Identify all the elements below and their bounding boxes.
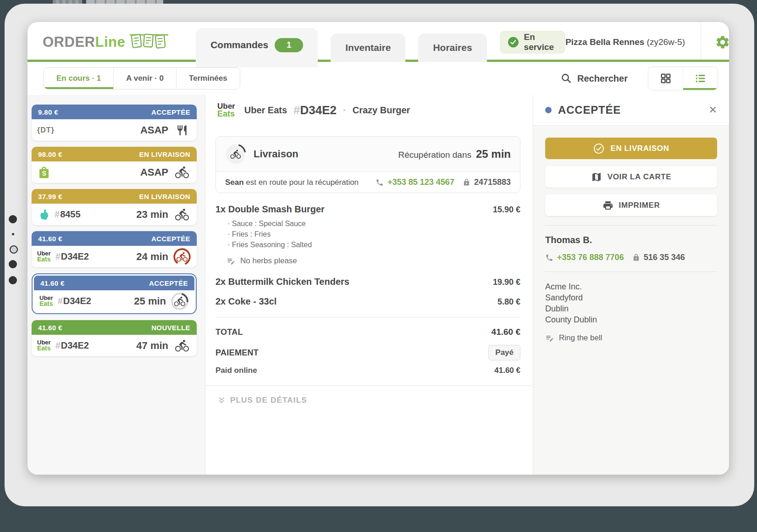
bike-icon bbox=[173, 208, 191, 222]
order-status: ACCEPTÉE bbox=[151, 235, 190, 243]
order-id: #D34E2 bbox=[293, 103, 337, 117]
order-detail: UberEats Uber Eats #D34E2 · Crazy Burger bbox=[205, 95, 533, 475]
service-status-badge[interactable]: En service bbox=[500, 31, 566, 54]
courier-phone[interactable]: +353 85 123 4567 bbox=[387, 177, 454, 187]
order-card[interactable]: 41.60 € NOUVELLE UberEats #D34E2 47 min bbox=[32, 320, 197, 356]
settings-gear-icon[interactable] bbox=[715, 34, 729, 50]
search-button[interactable]: Rechercher bbox=[561, 73, 628, 84]
order-time: 23 min bbox=[136, 209, 168, 221]
order-id: #D34E2 bbox=[58, 296, 91, 306]
order-detail-header: UberEats Uber Eats #D34E2 · Crazy Burger bbox=[205, 95, 533, 125]
en-livraison-label: EN LIVRAISON bbox=[610, 144, 669, 153]
delivery-title: Livraison bbox=[254, 148, 298, 160]
payment-status-badge: Payé bbox=[488, 345, 520, 360]
order-price: 41.60 € bbox=[40, 279, 65, 287]
panel-header: ACCEPTÉE ✕ bbox=[533, 95, 729, 126]
item-options: · Sauce : Special Sauce · Fries : Fries … bbox=[227, 218, 520, 250]
tab-inventaire[interactable]: Inventaire bbox=[331, 33, 405, 62]
order-card[interactable]: 41.60 € ACCEPTÉE UberEats #D34E2 24 min bbox=[32, 231, 197, 267]
en-livraison-button[interactable]: EN LIVRAISON bbox=[545, 138, 717, 159]
order-status: ACCEPTÉE bbox=[151, 108, 190, 116]
tab-inventaire-label: Inventaire bbox=[345, 42, 391, 53]
more-details-label: PLUS DE DÉTAILS bbox=[230, 396, 307, 405]
item-name: 2x Coke - 33cl bbox=[215, 296, 276, 307]
order-price: 37.99 € bbox=[38, 193, 62, 200]
total-label: TOTAL bbox=[215, 327, 243, 337]
grid-view-button[interactable] bbox=[648, 67, 683, 90]
bike-icon bbox=[173, 166, 191, 179]
app-header: ORDERLine Commandes 1 Inventaire Horai bbox=[28, 22, 729, 62]
device-frame: ORDERLine Commandes 1 Inventaire Horai bbox=[5, 4, 754, 506]
note-icon bbox=[227, 256, 236, 266]
item-name: 2x Buttermilk Chicken Tenders bbox=[215, 277, 349, 287]
bike-timer-red-icon bbox=[173, 248, 191, 266]
order-list: 9.80 € ACCEPTÉE {DT} ASAP 98.00 € EN bbox=[28, 95, 205, 475]
panel-body: EN LIVRAISON VOIR LA CARTE IMPRIMER Thom… bbox=[533, 126, 729, 355]
payment-label: PAIEMENT bbox=[215, 348, 259, 358]
customer-code: 516 35 346 bbox=[644, 253, 685, 262]
tab-commandes-label: Commandes bbox=[210, 39, 268, 50]
order-price: 41.60 € bbox=[38, 235, 62, 243]
service-status-label: En service bbox=[524, 32, 558, 52]
ubereats-logo: UberEats bbox=[37, 251, 51, 263]
more-details-toggle[interactable]: PLUS DE DÉTAILS bbox=[205, 385, 533, 415]
order-id: #D34E2 bbox=[55, 251, 89, 262]
order-price: 98.00 € bbox=[38, 150, 62, 158]
status-dot bbox=[545, 107, 552, 113]
order-status: EN LIVRAISON bbox=[139, 150, 190, 158]
customer-phone[interactable]: +353 76 888 7706 bbox=[557, 253, 624, 262]
tab-horaires[interactable]: Horaires bbox=[418, 33, 486, 62]
order-status: NOUVELLE bbox=[151, 324, 190, 332]
bike-timer-icon bbox=[171, 292, 189, 310]
customer-address: Acme Inc. Sandyford Dublin County Dublin bbox=[545, 281, 717, 325]
grid-icon bbox=[660, 72, 672, 84]
search-label: Rechercher bbox=[577, 73, 628, 84]
shopify-icon bbox=[37, 166, 51, 179]
lock-icon bbox=[463, 178, 470, 186]
commandes-count-badge: 1 bbox=[275, 38, 303, 52]
tab-commandes[interactable]: Commandes 1 bbox=[196, 28, 318, 67]
item-name: 1x Double Smash Burger bbox=[215, 204, 325, 215]
ubereats-logo: UberEats bbox=[217, 103, 235, 117]
order-time: 47 min bbox=[136, 340, 168, 352]
order-status-title: ACCEPTÉE bbox=[558, 104, 621, 116]
item-price: 19.90 € bbox=[493, 277, 520, 287]
voir-la-carte-button[interactable]: VOIR LA CARTE bbox=[545, 166, 717, 188]
phone-icon bbox=[376, 178, 384, 187]
phone-icon bbox=[545, 254, 553, 262]
orders-toolbar: En cours · 1 A venir · 0 Terminées Reche… bbox=[28, 62, 729, 95]
order-price: 9.80 € bbox=[38, 108, 58, 116]
filter-en-cours[interactable]: En cours · 1 bbox=[44, 68, 113, 89]
frame-dot bbox=[12, 233, 14, 235]
order-price: 41.60 € bbox=[38, 324, 62, 332]
order-totals: TOTAL 41.60 € PAIEMENT Payé Paid online … bbox=[215, 317, 520, 375]
imprimer-button[interactable]: IMPRIMER bbox=[545, 194, 717, 216]
lock-icon bbox=[632, 254, 640, 261]
check-circle-outline-icon bbox=[593, 143, 605, 155]
header-divider bbox=[701, 22, 701, 62]
filter-a-venir[interactable]: A venir · 0 bbox=[113, 68, 176, 89]
order-time: 25 min bbox=[134, 295, 166, 307]
tab-horaires-label: Horaires bbox=[433, 42, 472, 53]
close-icon[interactable]: ✕ bbox=[709, 105, 717, 115]
list-view-button[interactable] bbox=[683, 67, 718, 90]
dt-logo: {DT} bbox=[37, 126, 55, 134]
app-window: ORDERLine Commandes 1 Inventaire Horai bbox=[28, 22, 729, 475]
order-card[interactable]: 9.80 € ACCEPTÉE {DT} ASAP bbox=[32, 105, 197, 141]
order-restaurant: Crazy Burger bbox=[353, 105, 410, 116]
order-card[interactable]: 98.00 € EN LIVRAISON ASAP bbox=[32, 147, 197, 183]
content-area: 9.80 € ACCEPTÉE {DT} ASAP 98.00 € EN bbox=[28, 95, 729, 475]
order-filter-tabs: En cours · 1 A venir · 0 Terminées bbox=[44, 67, 240, 89]
customer-contact: +353 76 888 7706 516 35 346 bbox=[545, 253, 717, 262]
order-card[interactable]: 37.99 € EN LIVRAISON #8455 23 min bbox=[32, 189, 197, 225]
divider bbox=[545, 225, 717, 226]
total-value: 41.60 € bbox=[492, 327, 520, 337]
filter-terminees[interactable]: Terminées bbox=[176, 68, 240, 89]
search-icon bbox=[561, 73, 572, 84]
order-status: EN LIVRAISON bbox=[139, 193, 190, 200]
order-id: #D34E2 bbox=[55, 340, 89, 351]
delivery-bike-badge-icon bbox=[225, 144, 246, 165]
order-card-selected[interactable]: 41.60 € ACCEPTÉE UberEats #D34E2 25 min bbox=[32, 273, 197, 314]
logo-text: ORDERLine bbox=[43, 34, 125, 50]
order-items: 1x Double Smash Burger 15.90 € · Sauce :… bbox=[215, 204, 520, 307]
